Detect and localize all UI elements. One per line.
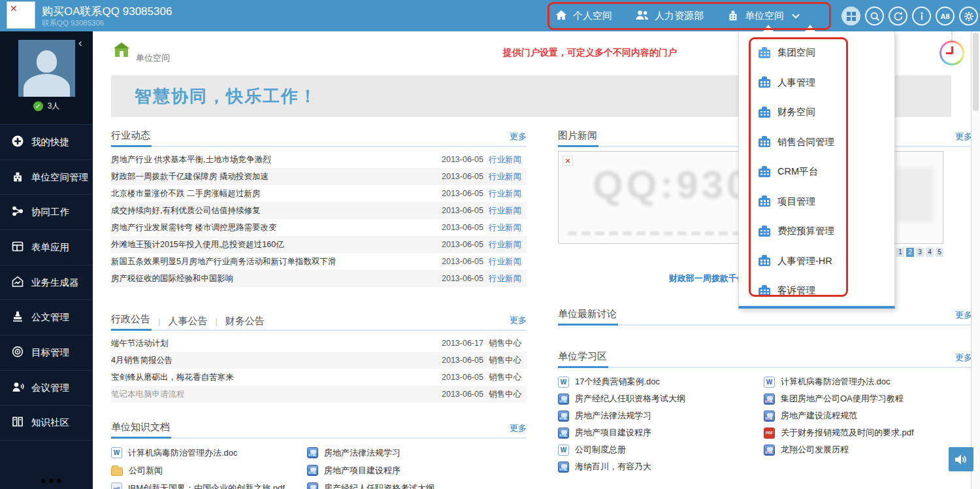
unit-space-icon [759, 258, 770, 266]
word-file-icon [558, 445, 569, 456]
section-title: 图片新闻 [558, 129, 598, 147]
apps-grid-icon[interactable] [841, 7, 860, 25]
unit-space-icon [759, 228, 770, 237]
sidebar-item-meeting-mgmt[interactable]: 会议管理 [0, 370, 93, 405]
nav-unit-space[interactable]: 单位空间 [726, 8, 800, 24]
nav-personal-space[interactable]: 个人空间 [554, 8, 612, 24]
dropdown-item-complaints[interactable]: 客诉管理 [739, 276, 894, 306]
tab-admin-announcements[interactable]: 行政公告 [111, 313, 152, 331]
learning-item[interactable]: 房产经纪人任职资格考试大纲 [558, 390, 764, 407]
html-file-icon [558, 394, 569, 405]
sidebar-menu: 我的快捷 单位空间管理 协同工作 表单应用 业务生成器 公文管理 目标管理 会 [0, 124, 93, 441]
page-1[interactable]: 1 [896, 248, 904, 257]
collapse-sidebar-icon[interactable]: ‹ [78, 37, 82, 50]
vertical-scrollbar[interactable] [971, 31, 980, 489]
learning-item[interactable]: 计算机病毒防治管理办法.doc [764, 373, 972, 390]
sidebar-item-collaboration[interactable]: 协同工作 [0, 194, 93, 229]
sidebar-item-my-shortcuts[interactable]: 我的快捷 [0, 124, 93, 160]
html-file-icon [558, 462, 569, 473]
dropdown-item-sales-contract[interactable]: 销售合同管理 [739, 127, 894, 158]
sidebar-item-business-builder[interactable]: 业务生成器 [0, 265, 93, 300]
a8-badge-icon[interactable]: A8 [936, 7, 955, 25]
knowledge-docs-header: 单位知识文档 更多 [111, 421, 527, 439]
html-file-icon [307, 447, 318, 458]
word-file-icon [111, 447, 122, 458]
dropdown-item-hr-mgmt[interactable]: 人事管理 [739, 68, 894, 98]
topbar-icons: A8 [841, 7, 978, 25]
member-count[interactable]: 3人 [48, 101, 60, 112]
learning-item[interactable]: 关于财务报销规范及时间的要求.pdf [764, 424, 972, 441]
sidebar-item-unit-space-mgmt[interactable]: 单位空间管理 [0, 160, 93, 195]
learning-item[interactable]: 房地产项目建设程序 [558, 424, 764, 441]
news-row: 北京楼市量涨价不跌 二手房涨幅超过新房2013-06-05行业新闻 [111, 185, 527, 202]
announcements-header: 行政公告 | 人事公告 | 财务公告 更多 [111, 313, 527, 331]
html-file-icon [764, 445, 775, 456]
app-subtitle: 联系QQ 93085306 [42, 18, 104, 28]
announcements-list: 端午节活动计划2013-06-17销售中心 4月销售简报公告2013-06-05… [111, 335, 527, 403]
pdf-red-file-icon [764, 428, 775, 439]
nav-hr-department[interactable]: 人力资源部 [634, 8, 704, 24]
pdf-file-icon [111, 482, 122, 489]
nav-label: 单位空间 [745, 10, 784, 22]
sidebar-overflow-dots[interactable] [41, 479, 46, 483]
dropdown-item-project-mgmt[interactable]: 项目管理 [739, 187, 894, 217]
learning-item[interactable]: 公司制度总册 [558, 441, 764, 458]
dropdown-item-budget-mgmt[interactable]: 费控预算管理 [739, 216, 894, 246]
dropdown-item-crm[interactable]: CRM平台 [739, 157, 894, 187]
unit-space-icon [759, 198, 770, 207]
search-icon[interactable] [865, 7, 884, 25]
sidebar-item-knowledge-community[interactable]: 知识社区 [0, 405, 93, 441]
doc-item[interactable]: 房地产项目建设程序 [307, 462, 527, 479]
close-icon[interactable]: ✕ [10, 3, 18, 14]
page-5[interactable]: 5 [936, 248, 943, 257]
dropdown-pointer [763, 25, 774, 31]
avatar[interactable] [18, 40, 75, 97]
learning-item[interactable]: 房地产法律法规学习 [558, 407, 764, 424]
unit-space-icon [759, 288, 770, 296]
news-row: 房产税征收的国际经验和中国影响2013-06-05行业新闻 [111, 270, 527, 287]
more-link[interactable]: 更多 [955, 309, 972, 324]
sidebar-item-goal-mgmt[interactable]: 目标管理 [0, 335, 93, 370]
doc-item[interactable]: IBM创新无国界：中国企业的创新之旅.pdf [111, 479, 307, 489]
more-link[interactable]: 更多 [955, 131, 972, 146]
tab-hr-announcements[interactable]: 人事公告 [167, 315, 208, 331]
clock-widget-icon[interactable] [939, 41, 964, 65]
learning-item[interactable]: 17个经典营销案例.doc [558, 373, 764, 390]
more-link[interactable]: 更多 [955, 352, 972, 367]
learning-item[interactable]: 龙翔公司发展历程 [764, 441, 972, 458]
learning-item[interactable]: 房地产建设流程规范 [764, 407, 972, 424]
unit-space-icon [759, 169, 770, 177]
chevron-down-icon[interactable] [791, 10, 800, 22]
dropdown-item-hr[interactable]: 人事管理-HR [739, 246, 894, 277]
dropdown-item-finance-space[interactable]: 财务空间 [739, 97, 894, 127]
tab-finance-announcements[interactable]: 财务公告 [224, 315, 266, 331]
doc-item[interactable]: 房产经纪人任职资格考试大纲 [307, 479, 527, 489]
news-row: 成交持续向好,有利优质公司估值持续修复2013-06-05行业新闻 [111, 202, 527, 219]
folder-icon [111, 467, 123, 476]
learning-header: 单位学习区 更多 [558, 350, 972, 368]
online-check-icon: ✓ [33, 101, 43, 111]
sidebar-item-official-docs[interactable]: 公文管理 [0, 299, 93, 335]
nav-label: 个人空间 [573, 10, 612, 22]
doc-item[interactable]: 计算机病毒防治管理办法.doc [111, 444, 307, 462]
info-icon[interactable] [912, 7, 931, 25]
news-row: 外滩地王预计2015年投入使用,总投资超过160亿2013-06-05行业新闻 [111, 236, 527, 253]
home-icon [554, 8, 568, 24]
settings-gear-icon[interactable] [959, 7, 978, 25]
learning-item[interactable]: 集团房地产公司OA使用学习教程 [764, 390, 972, 407]
doc-item[interactable]: 公司新闻 [111, 462, 307, 479]
sidebar-item-forms[interactable]: 表单应用 [0, 229, 93, 265]
learning-item[interactable]: 海纳百川，有容乃大 [558, 458, 764, 475]
page-3[interactable]: 3 [916, 248, 924, 257]
window-tab[interactable]: ✕ [7, 1, 35, 29]
more-link[interactable]: 更多 [510, 131, 527, 146]
doc-item[interactable]: 房地产法律法规学习 [307, 444, 527, 462]
more-link[interactable]: 更多 [510, 314, 527, 329]
meeting-person-icon [11, 380, 24, 396]
page-2-active[interactable]: 2 [906, 248, 914, 257]
speaker-button[interactable] [949, 447, 973, 471]
refresh-icon[interactable] [889, 7, 907, 25]
more-link[interactable]: 更多 [510, 422, 527, 437]
dropdown-item-group-space[interactable]: 集团空间 [739, 38, 894, 68]
page-4[interactable]: 4 [926, 248, 934, 257]
